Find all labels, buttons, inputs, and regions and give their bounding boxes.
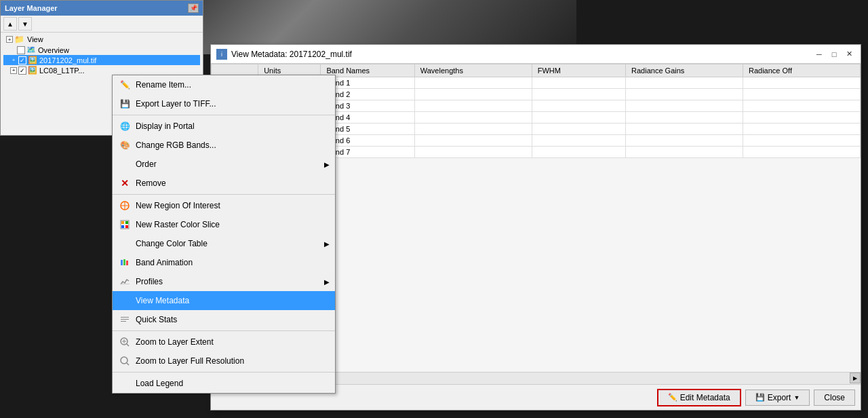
cell-radiance-off [743, 77, 861, 89]
menu-label-change-rgb: Change RGB Bands... [136, 140, 330, 150]
cell-fwhm [532, 124, 625, 135]
checkbox-overview[interactable] [17, 46, 25, 54]
context-menu: ✏️ Rename Item... 💾 Export Layer to TIFF… [112, 75, 336, 394]
menu-item-change-rgb[interactable]: 🎨 Change RGB Bands... [113, 136, 335, 155]
menu-item-load-legend[interactable]: Load Legend [113, 374, 335, 393]
close-button[interactable]: Close [814, 390, 855, 406]
layer1-raster-icon: 🖼️ [28, 56, 37, 64]
col-header-wavelengths: Wavelengths [414, 64, 532, 77]
cell-wavelengths [414, 100, 532, 112]
roi-icon [118, 199, 132, 212]
menu-item-new-raster[interactable]: New Raster Color Slice [113, 215, 335, 234]
cell-radiance-gains [626, 147, 743, 158]
zoom-extent-icon [118, 335, 132, 349]
col-header-fwhm: FWHM [532, 64, 625, 77]
tree-item-overview[interactable]: 🗺️ Overview [3, 45, 200, 55]
cell-fwhm [532, 147, 625, 158]
menu-item-band-animation[interactable]: Band Animation [113, 253, 335, 272]
checkbox-layer2[interactable]: ✓ [18, 66, 26, 75]
layer-down-button[interactable]: ▼ [18, 17, 32, 31]
svg-rect-14 [121, 321, 126, 322]
cell-wavelengths [414, 77, 532, 89]
metadata-title-left: i View Metadata: 20171202_mul.tif [216, 49, 352, 60]
menu-item-rename[interactable]: ✏️ Rename Item... [113, 75, 335, 94]
cell-radiance-gains [626, 89, 743, 100]
svg-rect-4 [121, 221, 124, 224]
expand-layer2[interactable]: + [10, 67, 17, 74]
svg-rect-13 [121, 319, 129, 320]
svg-rect-9 [123, 259, 125, 265]
zoom-resolution-icon [118, 354, 132, 368]
svg-rect-5 [125, 221, 128, 224]
tree-label-view: View [27, 35, 43, 43]
menu-label-new-roi: New Region Of Interest [136, 201, 330, 210]
menu-label-rename: Rename Item... [136, 80, 330, 90]
profiles-arrow-icon: ▶ [324, 278, 330, 286]
menu-label-load-legend: Load Legend [136, 379, 330, 388]
tree-label-overview: Overview [38, 46, 69, 54]
export-icon: 💾 [755, 393, 765, 402]
menu-label-change-color: Change Color Table [136, 239, 324, 248]
menu-item-quick-stats[interactable]: Quick Stats [113, 310, 335, 329]
menu-label-zoom-extent: Zoom to Layer Extent [136, 337, 330, 347]
layer-manager-toolbar: ▲ ▼ [1, 16, 203, 33]
menu-item-display-portal[interactable]: 🌐 Display in Portal [113, 117, 335, 136]
menu-item-profiles[interactable]: Profiles ▶ [113, 272, 335, 291]
menu-item-zoom-extent[interactable]: Zoom to Layer Extent [113, 332, 335, 352]
overview-icon: 🗺️ [26, 45, 36, 54]
tree-item-layer2[interactable]: + ✓ 🖼️ LC08_L1TP... [3, 65, 200, 75]
quick-stats-icon [118, 313, 132, 326]
menu-label-quick-stats: Quick Stats [136, 315, 330, 324]
layer-up-button[interactable]: ▲ [3, 17, 17, 31]
cell-fwhm [532, 100, 625, 112]
expand-view[interactable]: + [6, 36, 13, 43]
menu-item-remove[interactable]: ✕ Remove [113, 174, 335, 193]
menu-item-zoom-resolution[interactable]: Zoom to Layer Full Resolution [113, 352, 335, 370]
menu-label-order: Order [136, 159, 324, 169]
separator-3 [113, 330, 335, 331]
color-table-arrow-icon: ▶ [324, 240, 330, 248]
tree-item-layer1[interactable]: + ✓ 🖼️ 20171202_mul.tif [3, 55, 200, 65]
svg-rect-10 [126, 261, 128, 265]
svg-rect-12 [121, 317, 129, 318]
checkbox-layer1[interactable]: ✓ [18, 56, 26, 64]
menu-item-export-tiff[interactable]: 💾 Export Layer to TIFF... [113, 94, 335, 113]
export-button[interactable]: 💾 Export ▼ [745, 390, 810, 406]
pin-button[interactable]: 📌 [188, 3, 199, 13]
cell-radiance-off [743, 147, 861, 158]
menu-label-display-portal: Display in Portal [136, 121, 330, 131]
menu-item-change-color[interactable]: Change Color Table ▶ [113, 234, 335, 253]
menu-item-new-roi[interactable]: New Region Of Interest [113, 196, 335, 215]
cell-fwhm [532, 77, 625, 89]
view-folder-icon: 📁 [14, 35, 24, 44]
cell-radiance-off [743, 124, 861, 135]
scroll-right-button[interactable]: ▶ [850, 373, 861, 383]
order-arrow-icon: ▶ [324, 161, 330, 168]
cell-wavelengths [414, 89, 532, 100]
metadata-title-text: View Metadata: 20171202_mul.tif [231, 50, 352, 59]
edit-metadata-icon: ✏️ [668, 393, 677, 402]
menu-item-order[interactable]: Order ▶ [113, 155, 335, 174]
cell-wavelengths [414, 135, 532, 147]
rename-icon: ✏️ [118, 78, 132, 92]
maximize-button[interactable]: □ [828, 48, 840, 60]
menu-label-export-tiff: Export Layer to TIFF... [136, 99, 330, 109]
titlebar-controls: 📌 [188, 3, 199, 13]
edit-metadata-button[interactable]: ✏️ Edit Metadata [657, 389, 741, 406]
cell-radiance-off [743, 112, 861, 124]
cell-radiance-gains [626, 77, 743, 89]
load-legend-icon [118, 377, 132, 390]
close-label: Close [824, 393, 845, 402]
expand-layer1[interactable]: + [10, 57, 17, 64]
portal-icon: 🌐 [118, 119, 132, 133]
separator-2 [113, 194, 335, 195]
metadata-titlebar: i View Metadata: 20171202_mul.tif ─ □ ✕ [211, 45, 861, 64]
minimize-button[interactable]: ─ [813, 48, 825, 60]
tree-item-view[interactable]: + 📁 View [3, 34, 200, 45]
menu-item-view-metadata[interactable]: View Metadata [113, 291, 335, 310]
cell-radiance-gains [626, 100, 743, 112]
svg-rect-6 [121, 225, 124, 228]
menu-label-new-raster: New Raster Color Slice [136, 220, 330, 229]
close-window-button[interactable]: ✕ [843, 48, 855, 60]
col-header-radiance-gains: Radiance Gains [626, 64, 743, 77]
